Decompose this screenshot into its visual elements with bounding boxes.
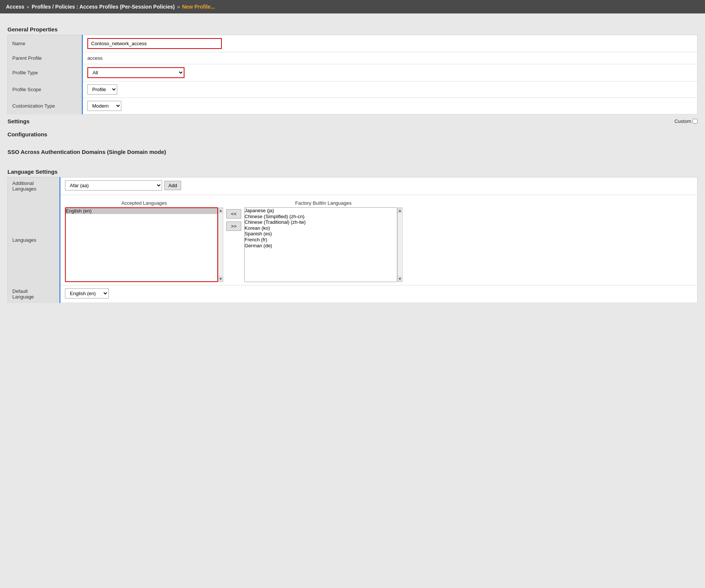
add-language-row: Afar (aa) Abkhazian (ab) Afrikaans (af) …	[65, 180, 693, 191]
profile-type-value-cell: All LTM-APM SSL-VPN Application Access R…	[83, 64, 698, 81]
customization-type-row: Customization Type Modern Standard	[8, 98, 698, 114]
profile-type-row: Profile Type All LTM-APM SSL-VPN Applica…	[8, 64, 698, 81]
transfer-right-button[interactable]: >>	[226, 222, 241, 231]
accepted-languages-container: Accepted Languages English (en) ▲ ▼	[65, 200, 223, 282]
languages-value-cell: Accepted Languages English (en) ▲ ▼	[60, 195, 698, 285]
default-language-value-cell: English (en) Japanese (ja) Spanish (es) …	[60, 285, 698, 303]
default-language-select[interactable]: English (en) Japanese (ja) Spanish (es) …	[65, 288, 109, 298]
parent-profile-value: access	[83, 52, 698, 64]
profile-type-select[interactable]: All LTM-APM SSL-VPN Application Access R…	[87, 67, 184, 78]
factory-scroll-down[interactable]: ▼	[398, 276, 402, 282]
settings-row: Settings Custom	[7, 118, 698, 124]
accepted-scroll-up[interactable]: ▲	[218, 208, 223, 213]
accepted-languages-listbox[interactable]: English (en)	[65, 207, 218, 282]
settings-header: Settings	[7, 118, 29, 124]
parent-profile-label: Parent Profile	[8, 52, 83, 64]
profile-scope-select[interactable]: Profile Global Named	[87, 84, 117, 95]
default-language-row-inner: English (en) Japanese (ja) Spanish (es) …	[65, 288, 693, 298]
breadcrumb-bar: Access » Profiles / Policies : Access Pr…	[0, 0, 705, 13]
accepted-scroll-down[interactable]: ▼	[218, 276, 223, 282]
profile-scope-row: Profile Scope Profile Global Named	[8, 81, 698, 98]
languages-row: Languages Accepted Languages English (en…	[8, 195, 698, 285]
default-language-row: DefaultLanguage English (en) Japanese (j…	[8, 285, 698, 303]
transfer-buttons: << >>	[226, 200, 241, 231]
additional-languages-label: AdditionalLanguages	[8, 177, 60, 195]
language-boxes: Accepted Languages English (en) ▲ ▼	[65, 200, 693, 282]
custom-label: Custom	[674, 118, 691, 124]
default-language-label: DefaultLanguage	[8, 285, 60, 303]
breadcrumb-sep-2: »	[177, 4, 180, 10]
factory-languages-listbox[interactable]: Japanese (ja) Chinese (Simplified) (zh-c…	[244, 207, 397, 282]
languages-label: Languages	[8, 195, 60, 285]
factory-scroll-up[interactable]: ▲	[398, 208, 402, 213]
language-settings-header: Language Settings	[7, 168, 698, 175]
language-settings-table: AdditionalLanguages Afar (aa) Abkhazian …	[7, 177, 698, 303]
additional-languages-select[interactable]: Afar (aa) Abkhazian (ab) Afrikaans (af) …	[65, 180, 162, 191]
general-properties-header: General Properties	[7, 26, 698, 33]
breadcrumb-access[interactable]: Access	[6, 4, 24, 10]
breadcrumb-sep-1: »	[27, 4, 29, 10]
additional-languages-row: AdditionalLanguages Afar (aa) Abkhazian …	[8, 177, 698, 195]
breadcrumb-new-profile[interactable]: New Profile...	[182, 4, 215, 10]
accepted-languages-label: Accepted Languages	[65, 200, 223, 206]
custom-checkbox[interactable]	[693, 119, 698, 124]
transfer-left-button[interactable]: <<	[226, 209, 241, 219]
add-language-button[interactable]: Add	[164, 181, 181, 190]
name-value-cell	[83, 35, 698, 52]
name-input[interactable]	[87, 38, 222, 49]
main-content: General Properties Name Parent Profile a…	[0, 13, 705, 309]
parent-profile-row: Parent Profile access	[8, 52, 698, 64]
factory-languages-label: Factory BuiltIn Languages	[244, 200, 403, 206]
general-properties-table: Name Parent Profile access Profile Type …	[7, 35, 698, 114]
breadcrumb-profiles[interactable]: Profiles / Policies : Access Profiles (P…	[32, 4, 175, 10]
custom-checkbox-row: Custom	[674, 118, 698, 124]
profile-type-label: Profile Type	[8, 64, 83, 81]
profile-scope-label: Profile Scope	[8, 81, 83, 98]
configurations-header: Configurations	[7, 131, 698, 137]
name-row: Name	[8, 35, 698, 52]
sso-header: SSO Across Authentication Domains (Singl…	[7, 149, 698, 155]
customization-type-value-cell: Modern Standard	[83, 98, 698, 114]
factory-languages-container: Factory BuiltIn Languages Japanese (ja) …	[244, 200, 403, 282]
additional-languages-value-cell: Afar (aa) Abkhazian (ab) Afrikaans (af) …	[60, 177, 698, 195]
customization-type-select[interactable]: Modern Standard	[87, 101, 121, 111]
name-label: Name	[8, 35, 83, 52]
customization-type-label: Customization Type	[8, 98, 83, 114]
profile-scope-value-cell: Profile Global Named	[83, 81, 698, 98]
